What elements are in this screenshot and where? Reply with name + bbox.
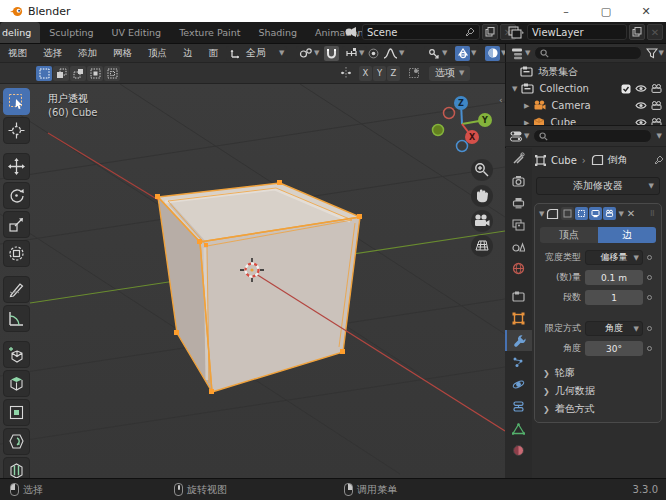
snap-face-nearest-icon[interactable] — [406, 66, 421, 81]
tab-tool[interactable] — [505, 148, 532, 169]
section-profile[interactable]: ❯轮廓 — [535, 364, 661, 382]
properties-filter-dropdown[interactable]: ▼ — [657, 132, 662, 140]
toggle-realtime[interactable] — [589, 207, 602, 220]
tab-particles[interactable] — [505, 352, 532, 373]
tool-inset-faces[interactable] — [3, 399, 30, 426]
outliner-item-camera[interactable]: ▶ Camera — [506, 97, 666, 114]
animate-dot[interactable] — [647, 255, 652, 260]
maximize-button[interactable]: ▢ — [586, 0, 626, 22]
eye-icon[interactable] — [635, 84, 647, 93]
amount-field[interactable]: 0.1 m — [585, 270, 643, 285]
tool-bevel[interactable] — [3, 428, 30, 455]
transform-orientation-dropdown[interactable]: 全局 ▼ — [226, 46, 287, 61]
animate-dot[interactable] — [647, 326, 652, 331]
new-viewlayer-button[interactable] — [629, 24, 645, 40]
limit-method-dropdown[interactable]: 角度▼ — [585, 321, 643, 336]
pin-icon[interactable] — [653, 155, 664, 166]
tab-data[interactable] — [505, 418, 532, 439]
delete-modifier-button[interactable]: ✕ — [627, 208, 635, 219]
show-overlays-dropdown[interactable]: ▼ — [452, 46, 479, 61]
select-mode-invert[interactable] — [87, 66, 103, 81]
menu-add[interactable]: 添加 — [70, 47, 105, 60]
workspace-tab-modeling[interactable]: deling — [0, 22, 40, 43]
affect-edges-tab[interactable]: 边 — [598, 227, 656, 243]
workspace-tab-shading[interactable]: Shading — [249, 22, 306, 43]
scene-icon[interactable] — [343, 25, 360, 40]
mirror-y-toggle[interactable]: Y — [373, 66, 386, 81]
angle-field[interactable]: 30° — [585, 341, 643, 356]
tool-extrude-region[interactable] — [3, 370, 30, 397]
tool-select-box[interactable] — [3, 88, 30, 115]
render-camera-icon[interactable] — [651, 84, 662, 93]
render-camera-icon[interactable] — [651, 101, 662, 110]
outliner-editor-type-dropdown[interactable]: ▼ — [510, 47, 530, 60]
width-type-dropdown[interactable]: 偏移量▼ — [585, 250, 643, 265]
toggle-render[interactable] — [603, 207, 616, 220]
tool-move[interactable] — [3, 153, 30, 180]
mirror-z-toggle[interactable]: Z — [387, 66, 400, 81]
menu-face[interactable]: 面 — [201, 47, 227, 60]
scene-name-field[interactable]: Scene — [362, 24, 480, 40]
section-shading[interactable]: ❯着色方式 — [535, 400, 661, 418]
menu-edge[interactable]: 边 — [175, 47, 201, 60]
select-mode-set[interactable] — [36, 66, 52, 81]
snap-with-dropdown[interactable]: ▼ — [342, 46, 367, 61]
mirror-x-toggle[interactable]: X — [359, 66, 372, 81]
select-mode-extend[interactable] — [53, 66, 69, 81]
outliner-search-input[interactable] — [534, 46, 641, 60]
menu-vertex[interactable]: 顶点 — [140, 47, 175, 60]
workspace-tab-texture-paint[interactable]: Texture Paint — [170, 22, 249, 43]
delete-viewlayer-button[interactable]: ✕ — [647, 24, 663, 40]
expand-panel-icon[interactable]: ▼ — [539, 210, 544, 218]
animate-dot[interactable] — [647, 295, 652, 300]
tool-scale[interactable] — [3, 211, 30, 238]
sidebar-toggle-arrow[interactable]: ‹ — [499, 95, 503, 105]
properties-editor-type-dropdown[interactable]: ▼ — [509, 130, 529, 143]
pivot-point-dropdown[interactable]: ▼ — [296, 46, 322, 61]
tool-measure[interactable] — [3, 305, 30, 332]
checkbox-icon[interactable] — [621, 84, 631, 94]
tool-add-cube[interactable] — [3, 341, 30, 368]
close-button[interactable]: ✕ — [626, 0, 666, 22]
tab-modifiers[interactable] — [505, 330, 532, 351]
collapse-arrow-icon[interactable]: ▶ — [524, 102, 529, 110]
modifier-extras-dropdown[interactable]: ▼ — [618, 210, 623, 218]
tab-material[interactable] — [505, 440, 532, 461]
tab-scene[interactable] — [505, 236, 532, 257]
outliner-item-cube[interactable]: ▶ Cube — [506, 114, 666, 125]
viewlayer-icon[interactable] — [508, 25, 525, 40]
tab-collection[interactable] — [505, 286, 532, 307]
menu-view[interactable]: 视图 — [0, 47, 35, 60]
outliner-item-collection[interactable]: ▼ Collection — [506, 80, 666, 97]
add-modifier-dropdown[interactable]: 添加修改器 ▼ — [536, 177, 660, 195]
animate-dot[interactable] — [647, 275, 652, 280]
filter-icon[interactable] — [646, 47, 658, 59]
tool-options-dropdown[interactable]: 选项 ▼ — [429, 66, 470, 81]
outliner-item-scene-collection[interactable]: 场景集合 — [506, 63, 666, 80]
properties-search-input[interactable] — [533, 129, 651, 143]
menu-mesh[interactable]: 网格 — [105, 47, 140, 60]
animate-dot[interactable] — [647, 346, 652, 351]
viewlayer-name-field[interactable]: ViewLayer — [527, 24, 627, 40]
gizmo-neg-y[interactable] — [433, 125, 444, 136]
toggle-on-cage[interactable] — [561, 207, 574, 220]
eye-icon[interactable] — [635, 118, 647, 125]
expand-arrow-icon[interactable]: ▼ — [512, 85, 517, 93]
proportional-falloff-dropdown[interactable]: ▼ — [380, 46, 407, 61]
minimize-button[interactable]: – — [546, 0, 586, 22]
tab-output[interactable] — [505, 192, 532, 213]
section-geometry[interactable]: ❯几何数据 — [535, 382, 661, 400]
tab-view-layer[interactable] — [505, 214, 532, 235]
tool-rotate[interactable] — [3, 182, 30, 209]
tab-render[interactable] — [505, 170, 532, 191]
proportional-editing-toggle[interactable] — [366, 46, 381, 61]
viewport-3d[interactable]: Z Y X ‹ — [0, 84, 505, 478]
select-mode-intersect[interactable] — [104, 66, 120, 81]
new-scene-button[interactable] — [482, 24, 498, 40]
drag-handle-icon[interactable]: ⠿ — [650, 210, 656, 218]
render-camera-icon[interactable] — [651, 118, 662, 125]
select-mode-subtract[interactable] — [70, 66, 86, 81]
tool-transform[interactable] — [3, 240, 30, 267]
tool-annotate[interactable] — [3, 276, 30, 303]
menu-select[interactable]: 选择 — [35, 47, 70, 60]
